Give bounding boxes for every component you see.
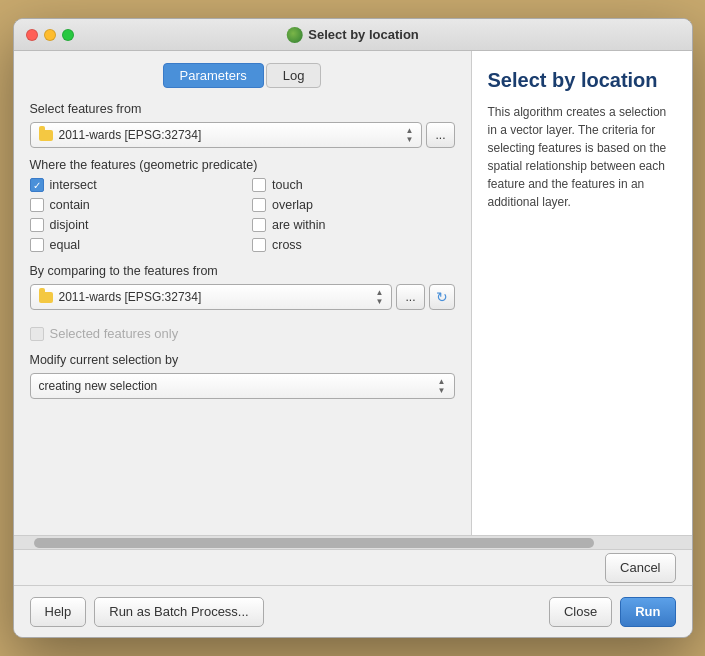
close-button[interactable] (26, 29, 38, 41)
left-panel: Parameters Log Select features from 2011… (14, 51, 472, 535)
content-area: Parameters Log Select features from 2011… (14, 51, 692, 535)
help-description: This algorithm creates a selection in a … (488, 103, 676, 211)
bottom-bar: Help Run as Batch Process... Close Run (14, 585, 692, 637)
checkbox-cross-input[interactable] (252, 238, 266, 252)
selected-only-row: Selected features only (30, 326, 455, 341)
bottom-left: Help Run as Batch Process... (30, 597, 549, 627)
selected-only-label: Selected features only (50, 326, 179, 341)
checkbox-disjoint-input[interactable] (30, 218, 44, 232)
bottom-right: Close Run (549, 597, 676, 627)
refresh-button[interactable]: ↻ (429, 284, 455, 310)
maximize-button[interactable] (62, 29, 74, 41)
compare-dropdown-content: 2011-wards [EPSG:32734] (39, 290, 202, 304)
dialog: Select by location Parameters Log Select… (13, 18, 693, 638)
compare-label: By comparing to the features from (30, 264, 455, 278)
checkbox-contain-input[interactable] (30, 198, 44, 212)
checkbox-intersect: intersect (30, 178, 233, 192)
checkbox-are-within-input[interactable] (252, 218, 266, 232)
checkbox-equal: equal (30, 238, 233, 252)
modify-label: Modify current selection by (30, 353, 455, 367)
layer-value: 2011-wards [EPSG:32734] (59, 128, 202, 142)
tab-parameters[interactable]: Parameters (163, 63, 264, 88)
checkbox-intersect-label: intersect (50, 178, 97, 192)
checkbox-cross-label: cross (272, 238, 302, 252)
checkbox-disjoint-label: disjoint (50, 218, 89, 232)
modify-dropdown[interactable]: creating new selection ▲ ▼ (30, 373, 455, 399)
compare-layer-value: 2011-wards [EPSG:32734] (59, 290, 202, 304)
traffic-lights (26, 29, 74, 41)
checkbox-overlap-input[interactable] (252, 198, 266, 212)
predicate-grid: intersect touch contain overlap (30, 178, 455, 252)
checkbox-are-within: are within (252, 218, 455, 232)
checkbox-disjoint: disjoint (30, 218, 233, 232)
cancel-button[interactable]: Cancel (605, 553, 675, 583)
modify-value: creating new selection (39, 379, 158, 393)
checkbox-contain: contain (30, 198, 233, 212)
layer-dropdown-row: 2011-wards [EPSG:32734] ▲ ▼ ... (30, 122, 455, 148)
checkbox-equal-input[interactable] (30, 238, 44, 252)
right-panel: Select by location This algorithm create… (472, 51, 692, 535)
help-button[interactable]: Help (30, 597, 87, 627)
folder-icon (39, 130, 53, 141)
run-batch-button[interactable]: Run as Batch Process... (94, 597, 263, 627)
dialog-title: Select by location (308, 27, 419, 42)
run-button[interactable]: Run (620, 597, 675, 627)
help-title: Select by location (488, 67, 676, 93)
modify-dropdown-row: creating new selection ▲ ▼ (30, 373, 455, 399)
checkbox-touch: touch (252, 178, 455, 192)
compare-dropdown[interactable]: 2011-wards [EPSG:32734] ▲ ▼ (30, 284, 393, 310)
predicate-section: Where the features (geometric predicate)… (30, 158, 455, 252)
compare-ellipsis-button[interactable]: ... (396, 284, 424, 310)
compare-dropdown-arrows: ▲ ▼ (376, 289, 384, 306)
layer-ellipsis-button[interactable]: ... (426, 122, 454, 148)
checkbox-cross: cross (252, 238, 455, 252)
checkbox-equal-label: equal (50, 238, 81, 252)
modify-dropdown-content: creating new selection (39, 379, 158, 393)
cancel-bar: Cancel (14, 549, 692, 585)
tab-log[interactable]: Log (266, 63, 322, 88)
checkbox-touch-input[interactable] (252, 178, 266, 192)
checkbox-contain-label: contain (50, 198, 90, 212)
minimize-button[interactable] (44, 29, 56, 41)
checkbox-are-within-label: are within (272, 218, 326, 232)
qgis-icon (286, 27, 302, 43)
checkbox-touch-label: touch (272, 178, 303, 192)
checkbox-overlap-label: overlap (272, 198, 313, 212)
tab-bar: Parameters Log (30, 63, 455, 88)
layer-dropdown[interactable]: 2011-wards [EPSG:32734] ▲ ▼ (30, 122, 423, 148)
selected-only-checkbox[interactable] (30, 327, 44, 341)
titlebar: Select by location (14, 19, 692, 51)
scrollbar-thumb[interactable] (34, 538, 594, 548)
compare-folder-icon (39, 292, 53, 303)
checkbox-overlap: overlap (252, 198, 455, 212)
checkbox-intersect-input[interactable] (30, 178, 44, 192)
predicate-label: Where the features (geometric predicate) (30, 158, 455, 172)
dropdown-content: 2011-wards [EPSG:32734] (39, 128, 202, 142)
scrollbar-area[interactable] (14, 535, 692, 549)
modify-dropdown-arrows: ▲ ▼ (438, 378, 446, 395)
titlebar-title: Select by location (286, 27, 419, 43)
dropdown-arrows: ▲ ▼ (406, 127, 414, 144)
compare-dropdown-row: 2011-wards [EPSG:32734] ▲ ▼ ... ↻ (30, 284, 455, 310)
close-button[interactable]: Close (549, 597, 612, 627)
select-features-label: Select features from (30, 102, 455, 116)
